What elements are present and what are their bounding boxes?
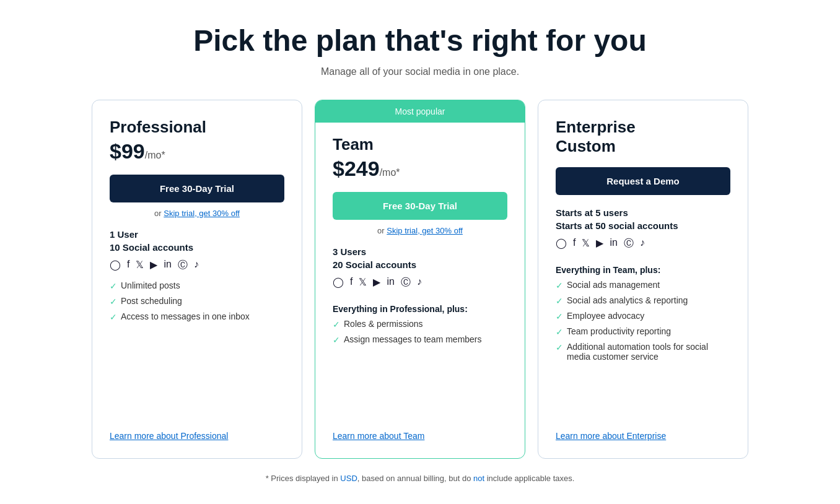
feature-item: ✓Roles & permissions	[333, 319, 507, 329]
feature-item: ✓Employee advocacy	[556, 311, 730, 321]
team-features: ✓Roles & permissions ✓Assign messages to…	[333, 319, 507, 350]
plan-team: Most popular Team $249/mo* Free 30-Day T…	[315, 100, 525, 459]
tiktok-icon: ♪	[194, 259, 199, 272]
enterprise-social-icons: ◯ f 𝕏 ▶ in Ⓒ ♪	[556, 237, 730, 250]
plan-professional: Professional $99/mo* Free 30-Day Trial o…	[92, 100, 302, 459]
pinterest-icon: Ⓒ	[401, 276, 411, 289]
tiktok-icon: ♪	[640, 237, 645, 250]
instagram-icon: ◯	[110, 259, 121, 272]
feature-item: ✓Unlimited posts	[110, 280, 284, 291]
plans-container: Professional $99/mo* Free 30-Day Trial o…	[48, 100, 792, 459]
instagram-icon: ◯	[556, 237, 567, 250]
youtube-icon: ▶	[150, 259, 157, 272]
plan-enterprise: EnterpriseCustom Request a Demo Starts a…	[538, 100, 748, 459]
plan-professional-name: Professional	[110, 118, 284, 137]
page-title: Pick the plan that's right for you	[193, 25, 646, 58]
team-social-icons: ◯ f 𝕏 ▶ in Ⓒ ♪	[333, 276, 507, 289]
feature-item: ✓Access to messages in one inbox	[110, 311, 284, 322]
feature-item: ✓Assign messages to team members	[333, 334, 507, 345]
linkedin-icon: in	[387, 276, 394, 289]
feature-item: ✓Social ads analytics & reporting	[556, 295, 730, 306]
feature-item: ✓Additional automation tools for social …	[556, 342, 730, 362]
feature-item: ✓Post scheduling	[110, 296, 284, 306]
facebook-icon: f	[127, 259, 129, 272]
instagram-icon: ◯	[333, 276, 344, 289]
enterprise-starts-accounts: Starts at 50 social accounts	[556, 220, 730, 231]
team-skip-trial: or Skip trial, get 30% off	[333, 226, 507, 235]
team-features-label: Everything in Professional, plus:	[333, 304, 507, 314]
twitter-icon: 𝕏	[582, 237, 590, 250]
enterprise-starts-users: Starts at 5 users	[556, 207, 730, 218]
plan-professional-price: $99/mo*	[110, 139, 284, 163]
pinterest-icon: Ⓒ	[178, 259, 188, 272]
footer-usd: USD	[340, 474, 357, 483]
feature-item: ✓Team productivity reporting	[556, 326, 730, 337]
twitter-icon: 𝕏	[359, 276, 367, 289]
linkedin-icon: in	[164, 259, 171, 272]
youtube-icon: ▶	[596, 237, 603, 250]
professional-social-accounts: 10 Social accounts	[110, 242, 284, 253]
enterprise-features-label: Everything in Team, plus:	[556, 265, 730, 275]
tiktok-icon: ♪	[417, 276, 422, 289]
linkedin-icon: in	[610, 237, 617, 250]
footer-note: * Prices displayed in USD, based on annu…	[266, 474, 575, 483]
professional-skip-trial: or Skip trial, get 30% off	[110, 209, 284, 218]
most-popular-badge: Most popular	[315, 100, 525, 123]
plan-team-price: $249/mo*	[333, 157, 507, 181]
professional-learn-more-link[interactable]: Learn more about Professional	[110, 431, 228, 441]
professional-learn-more: Learn more about Professional	[110, 419, 284, 441]
youtube-icon: ▶	[373, 276, 380, 289]
team-social-accounts: 20 Social accounts	[333, 259, 507, 270]
team-users: 3 Users	[333, 246, 507, 257]
team-skip-link[interactable]: Skip trial, get 30% off	[387, 226, 463, 235]
professional-users: 1 User	[110, 229, 284, 240]
footer-not: not	[473, 474, 484, 483]
page-subtitle: Manage all of your social media in one p…	[321, 66, 519, 77]
facebook-icon: f	[350, 276, 352, 289]
professional-skip-link[interactable]: Skip trial, get 30% off	[164, 209, 240, 218]
twitter-icon: 𝕏	[136, 259, 144, 272]
feature-item: ✓Social ads management	[556, 280, 730, 290]
plan-enterprise-name: EnterpriseCustom	[556, 118, 730, 156]
team-learn-more-link[interactable]: Learn more about Team	[333, 431, 424, 441]
enterprise-learn-more-link[interactable]: Learn more about Enterprise	[556, 431, 666, 441]
enterprise-learn-more: Learn more about Enterprise	[556, 419, 730, 441]
team-learn-more: Learn more about Team	[333, 419, 507, 441]
professional-social-icons: ◯ f 𝕏 ▶ in Ⓒ ♪	[110, 259, 284, 272]
facebook-icon: f	[573, 237, 575, 250]
professional-cta-button[interactable]: Free 30-Day Trial	[110, 175, 284, 202]
enterprise-features: ✓Social ads management ✓Social ads analy…	[556, 280, 730, 367]
team-cta-button[interactable]: Free 30-Day Trial	[333, 192, 507, 220]
professional-features: ✓Unlimited posts ✓Post scheduling ✓Acces…	[110, 280, 284, 327]
enterprise-cta-button[interactable]: Request a Demo	[556, 167, 730, 195]
plan-team-name: Team	[333, 135, 507, 154]
pinterest-icon: Ⓒ	[624, 237, 634, 250]
